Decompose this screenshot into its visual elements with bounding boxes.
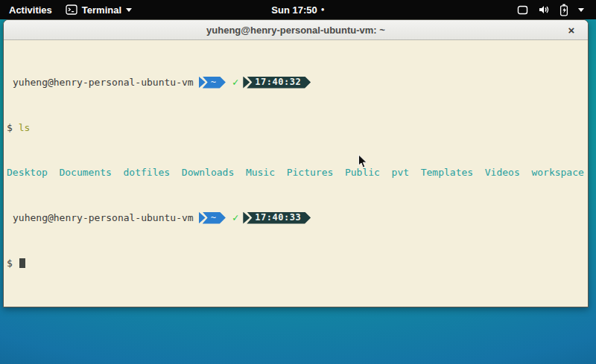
command-line: $ ls xyxy=(7,122,585,133)
clock-label: Sun 17:50 xyxy=(271,4,317,16)
status-check-icon: ✓ xyxy=(232,212,238,223)
notification-dot: ● xyxy=(321,7,325,13)
prompt-user: yuheng@henry-personal-ubuntu-vm xyxy=(7,77,194,88)
top-bar: Activities Terminal Sun 17:50 ● xyxy=(0,0,596,19)
window-titlebar[interactable]: yuheng@henry-personal-ubuntu-vm: ~ × xyxy=(4,20,588,40)
prompt-line-1: yuheng@henry-personal-ubuntu-vm ~ ✓ 17:4… xyxy=(7,76,585,89)
status-check-icon: ✓ xyxy=(232,77,238,88)
chevron-down-icon xyxy=(126,8,132,12)
window-title: yuheng@henry-personal-ubuntu-vm: ~ xyxy=(206,25,385,36)
battery-charging-icon xyxy=(559,4,568,16)
text-cursor xyxy=(19,258,25,268)
display-icon xyxy=(517,5,528,15)
system-status-area[interactable] xyxy=(517,0,596,19)
activities-button[interactable]: Activities xyxy=(9,0,52,19)
activities-label: Activities xyxy=(9,4,52,16)
cwd-segment: ~ xyxy=(203,212,226,224)
time-segment: 17:40:33 xyxy=(247,212,311,224)
cwd-segment: ~ xyxy=(203,77,226,89)
prompt-line-2: yuheng@henry-personal-ubuntu-vm ~ ✓ 17:4… xyxy=(7,211,585,224)
close-button[interactable]: × xyxy=(562,20,580,40)
command-text: ls xyxy=(19,122,31,133)
prompt-symbol: $ xyxy=(7,122,13,133)
time-segment: 17:40:32 xyxy=(247,77,311,89)
chevron-down-icon xyxy=(578,8,584,12)
terminal-icon xyxy=(66,4,77,15)
terminal-window: yuheng@henry-personal-ubuntu-vm: ~ × yuh… xyxy=(3,19,589,307)
clock-button[interactable]: Sun 17:50 ● xyxy=(271,4,324,16)
desktop-wallpaper: Activities Terminal Sun 17:50 ● xyxy=(0,0,596,364)
volume-icon xyxy=(538,4,550,15)
current-prompt-line: $ xyxy=(7,258,585,269)
terminal-content[interactable]: yuheng@henry-personal-ubuntu-vm ~ ✓ 17:4… xyxy=(4,40,588,307)
ls-output: Desktop Documents dotfiles Downloads Mus… xyxy=(7,167,585,178)
app-menu-label: Terminal xyxy=(82,4,121,16)
prompt-symbol: $ xyxy=(7,258,13,269)
app-menu-terminal[interactable]: Terminal xyxy=(66,0,132,19)
prompt-user: yuheng@henry-personal-ubuntu-vm xyxy=(7,212,194,223)
